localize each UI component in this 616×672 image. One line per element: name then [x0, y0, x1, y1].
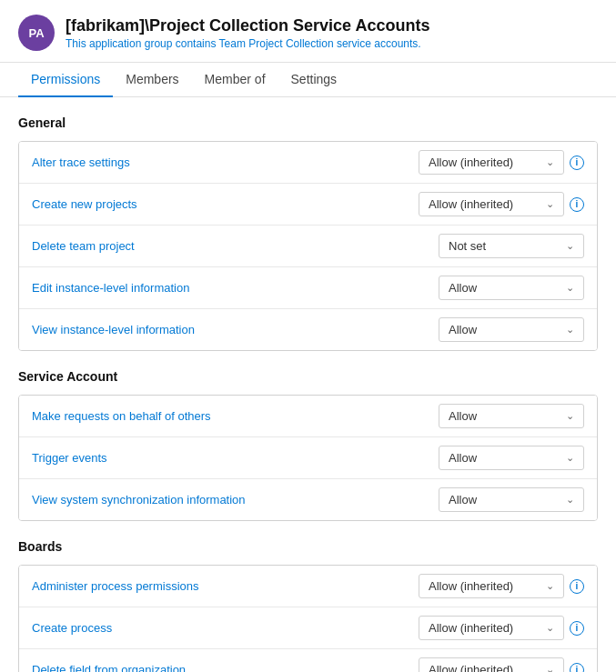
table-row: Edit instance-level information Allow ⌄: [19, 267, 597, 309]
permission-control: Allow (inherited) ⌄ i: [419, 192, 584, 216]
table-row: View system synchronization information …: [19, 479, 597, 520]
permission-name: Edit instance-level information: [32, 281, 439, 295]
chevron-down-icon: ⌄: [546, 198, 554, 210]
tab-permissions[interactable]: Permissions: [18, 63, 113, 97]
permission-dropdown[interactable]: Allow ⌄: [439, 276, 584, 300]
content-area: General Alter trace settings Allow (inhe…: [0, 97, 616, 672]
table-row: Trigger events Allow ⌄: [19, 437, 597, 479]
permission-name: Delete field from organization: [32, 663, 419, 672]
info-icon[interactable]: i: [570, 197, 584, 212]
permission-name: View system synchronization information: [32, 493, 439, 507]
section-general-title: General: [18, 115, 598, 130]
info-icon[interactable]: i: [570, 579, 584, 594]
permission-control: Allow (inherited) ⌄ i: [419, 616, 584, 640]
permission-dropdown[interactable]: Allow ⌄: [439, 404, 584, 428]
page-title: [fabrikam]\Project Collection Service Ac…: [66, 16, 429, 35]
section-boards: Boards Administer process permissions Al…: [18, 539, 598, 672]
info-icon[interactable]: i: [570, 663, 584, 673]
permission-dropdown[interactable]: Not set ⌄: [439, 234, 584, 258]
permission-name: View instance-level information: [32, 323, 439, 336]
chevron-down-icon: ⌄: [566, 410, 574, 422]
tab-settings[interactable]: Settings: [278, 63, 350, 97]
permission-dropdown[interactable]: Allow ⌄: [439, 487, 584, 512]
info-icon[interactable]: i: [570, 621, 584, 636]
permission-dropdown[interactable]: Allow (inherited) ⌄: [419, 616, 564, 640]
chevron-down-icon: ⌄: [546, 664, 554, 672]
table-row: Delete field from organization Allow (in…: [19, 649, 597, 672]
permission-name: Alter trace settings: [32, 155, 419, 169]
permission-control: Allow ⌄: [439, 487, 584, 512]
section-general-body: Alter trace settings Allow (inherited) ⌄…: [18, 141, 598, 351]
permission-control: Allow ⌄: [439, 446, 584, 470]
info-icon[interactable]: i: [570, 155, 584, 170]
section-boards-title: Boards: [18, 539, 598, 554]
chevron-down-icon: ⌄: [566, 494, 574, 506]
permission-control: Allow ⌄: [439, 276, 584, 300]
permission-name: Trigger events: [32, 451, 439, 465]
avatar: PA: [18, 15, 55, 51]
permission-dropdown[interactable]: Allow ⌄: [439, 317, 584, 342]
chevron-down-icon: ⌄: [566, 452, 574, 464]
table-row: Create new projects Allow (inherited) ⌄ …: [19, 184, 597, 226]
permission-name: Make requests on behalf of others: [32, 409, 439, 423]
table-row: Administer process permissions Allow (in…: [19, 566, 597, 607]
section-general: General Alter trace settings Allow (inhe…: [18, 115, 598, 351]
tab-members[interactable]: Members: [113, 63, 191, 97]
tab-member-of[interactable]: Member of: [192, 63, 278, 97]
table-row: Create process Allow (inherited) ⌄ i: [19, 607, 597, 649]
chevron-down-icon: ⌄: [566, 282, 574, 294]
permission-control: Not set ⌄: [439, 234, 584, 258]
section-service-account-title: Service Account: [18, 369, 598, 384]
chevron-down-icon: ⌄: [546, 580, 554, 592]
chevron-down-icon: ⌄: [546, 622, 554, 634]
chevron-down-icon: ⌄: [566, 240, 574, 252]
table-row: Delete team project Not set ⌄: [19, 226, 597, 267]
permission-control: Allow (inherited) ⌄ i: [419, 150, 584, 175]
permission-name: Create process: [32, 621, 419, 635]
table-row: View instance-level information Allow ⌄: [19, 309, 597, 350]
permission-control: Allow ⌄: [439, 404, 584, 428]
permission-dropdown[interactable]: Allow (inherited) ⌄: [419, 192, 564, 216]
tabs-bar: Permissions Members Member of Settings: [0, 63, 616, 97]
table-row: Alter trace settings Allow (inherited) ⌄…: [19, 142, 597, 184]
header: PA [fabrikam]\Project Collection Service…: [0, 0, 616, 63]
chevron-down-icon: ⌄: [546, 156, 554, 168]
permission-dropdown[interactable]: Allow (inherited) ⌄: [419, 150, 564, 175]
permission-dropdown[interactable]: Allow (inherited) ⌄: [419, 657, 564, 672]
permission-control: Allow (inherited) ⌄ i: [419, 657, 584, 672]
permission-control: Allow (inherited) ⌄ i: [419, 574, 584, 598]
chevron-down-icon: ⌄: [566, 324, 574, 336]
permission-name: Create new projects: [32, 197, 419, 211]
permission-name: Administer process permissions: [32, 579, 419, 593]
permission-dropdown[interactable]: Allow (inherited) ⌄: [419, 574, 564, 598]
table-row: Make requests on behalf of others Allow …: [19, 396, 597, 437]
permission-control: Allow ⌄: [439, 317, 584, 342]
permission-dropdown[interactable]: Allow ⌄: [439, 446, 584, 470]
page-subtitle: This application group contains Team Pro…: [66, 37, 429, 50]
section-service-account: Service Account Make requests on behalf …: [18, 369, 598, 521]
section-service-account-body: Make requests on behalf of others Allow …: [18, 395, 598, 521]
section-boards-body: Administer process permissions Allow (in…: [18, 565, 598, 672]
permission-name: Delete team project: [32, 239, 439, 253]
